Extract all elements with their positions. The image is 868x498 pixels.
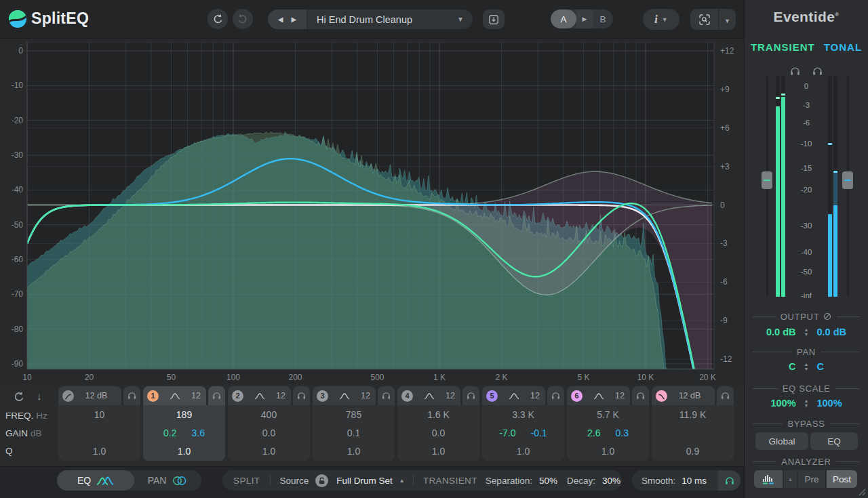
preset-name[interactable]: Hi End Drum Cleanup [307, 14, 457, 25]
band-solo-button[interactable] [378, 386, 395, 405]
band-column-6[interactable]: 6 12 5.7 K 2.6 0.3 1.0 [567, 386, 649, 461]
tonal-gain-fader[interactable] [842, 171, 853, 189]
eq-graph[interactable]: 0-10-20-30-40-50-60-70-80-90+12+9+6+30-3… [0, 42, 744, 384]
ab-copy-button[interactable]: ▶ [576, 9, 593, 28]
pan-tonal-value[interactable]: C [816, 361, 852, 372]
band-slope[interactable]: 12 [615, 391, 625, 400]
band-slope[interactable]: 12 dB [670, 391, 709, 400]
eq-view-button[interactable]: EQ [57, 470, 134, 491]
transient-gain-fader[interactable] [762, 171, 772, 189]
band-column-4[interactable]: 4 12 1.6 K 0.0 1.0 [397, 386, 479, 461]
band-gain-value[interactable]: 2.6 0.3 [567, 423, 649, 442]
output-transient-value[interactable]: 0.0 dB [761, 327, 796, 337]
band-gain-value[interactable]: 0.2 3.6 [143, 423, 225, 442]
band-q-value[interactable]: 1.0 [313, 442, 395, 461]
band-header[interactable]: 1 12 [143, 386, 206, 405]
band-header[interactable]: 12 dB [58, 386, 121, 405]
transient-solo-icon[interactable] [790, 66, 800, 76]
analyzer-pre-button[interactable]: Pre [798, 470, 825, 488]
transient-audition-button[interactable] [718, 470, 741, 491]
smooth-value[interactable]: 10 ms [682, 476, 707, 486]
preset-next-button[interactable]: ▶ [292, 16, 297, 23]
band-solo-button[interactable] [123, 386, 140, 405]
tab-transient[interactable]: TRANSIENT [751, 41, 815, 53]
source-preset-select[interactable]: Full Drum Set [336, 476, 393, 486]
band-header[interactable]: 2 12 [228, 386, 291, 405]
band-solo-button[interactable] [208, 386, 225, 405]
output-link-stepper[interactable]: ▲▼ [804, 327, 809, 337]
band-slope[interactable]: 12 [446, 391, 455, 400]
ab-b-button[interactable]: B [593, 9, 613, 28]
band-column-5[interactable]: 5 12 3.3 K -7.0 -0.1 1.0 [482, 386, 564, 461]
band-header[interactable]: 3 12 [313, 386, 376, 405]
band-column-highcut[interactable]: 12 dB 11.9 K 0.9 [652, 386, 734, 461]
eq-scale-tonal-value[interactable]: 100% [816, 398, 852, 409]
bypass-eq-button[interactable]: EQ [810, 432, 858, 450]
separation-value[interactable]: 50% [539, 476, 557, 486]
bypass-global-button[interactable]: Global [755, 432, 808, 450]
band-q-value[interactable]: 1.0 [397, 442, 479, 461]
band-slope[interactable]: 12 dB [77, 391, 116, 400]
analyzer-toggle-button[interactable] [754, 470, 783, 488]
band-solo-button[interactable] [717, 386, 734, 405]
band-slope[interactable]: 12 [361, 391, 370, 400]
band-header[interactable]: 4 12 [397, 386, 460, 405]
analyzer-post-button[interactable]: Post [827, 470, 857, 488]
eq-scale-link-stepper[interactable]: ▲▼ [804, 398, 809, 408]
window-scale-caret[interactable]: ▼ [719, 14, 736, 26]
window-resize-handle[interactable] [856, 486, 866, 496]
band-freq-value[interactable]: 11.9 K [652, 405, 734, 423]
band-column-lowcut[interactable]: 12 dB 10 1.0 [58, 386, 140, 461]
window-scale-button[interactable] [690, 9, 719, 30]
source-caret-icon[interactable]: ▲ [399, 478, 405, 484]
band-gain-value[interactable]: -7.0 -0.1 [482, 423, 564, 442]
eq-scale-transient-value[interactable]: 100% [761, 398, 796, 409]
band-header[interactable]: 6 12 [567, 386, 630, 405]
preset-selector[interactable]: ◀ ▶ Hi End Drum Cleanup ▼ [268, 9, 473, 29]
band-slope[interactable]: 12 [530, 391, 540, 400]
analyzer-up-button[interactable]: ▲ [784, 470, 797, 488]
reset-bands-icon[interactable] [13, 391, 24, 402]
band-gain-value[interactable]: 0.1 [313, 423, 395, 442]
preset-caret-icon[interactable]: ▼ [457, 16, 473, 23]
band-freq-value[interactable]: 785 [313, 405, 395, 423]
tab-tonal[interactable]: TONAL [824, 41, 862, 53]
band-solo-button[interactable] [547, 386, 564, 405]
band-freq-value[interactable]: 189 [143, 405, 225, 423]
band-q-value[interactable]: 1.0 [567, 442, 649, 461]
band-q-value[interactable]: 1.0 [143, 442, 225, 461]
output-tonal-value[interactable]: 0.0 dB [816, 327, 852, 337]
band-q-value[interactable]: 1.0 [482, 442, 564, 461]
band-solo-button[interactable] [462, 386, 479, 405]
band-gain-value[interactable]: 0.0 [228, 423, 310, 442]
ab-a-button[interactable]: A [551, 9, 576, 28]
band-q-value[interactable]: 0.9 [652, 442, 734, 461]
band-q-value[interactable]: 1.0 [228, 442, 310, 461]
band-gain-value[interactable]: 0.0 [397, 423, 479, 442]
band-q-value[interactable]: 1.0 [58, 442, 140, 461]
pan-link-stepper[interactable]: ▲▼ [804, 362, 809, 371]
pan-view-button[interactable]: PAN [134, 470, 201, 491]
band-freq-value[interactable]: 400 [228, 405, 310, 423]
band-freq-value[interactable]: 3.3 K [482, 405, 564, 423]
band-solo-button[interactable] [293, 386, 310, 405]
phase-invert-icon[interactable] [823, 312, 832, 321]
band-freq-value[interactable]: 5.7 K [567, 405, 649, 423]
undo-button[interactable] [208, 9, 228, 29]
band-slope[interactable]: 12 [276, 391, 285, 400]
collapse-strip-icon[interactable]: ↓ [37, 390, 42, 402]
tonal-solo-icon[interactable] [812, 66, 823, 76]
band-freq-value[interactable]: 1.6 K [397, 405, 479, 423]
band-column-1[interactable]: 1 12 189 0.2 3.6 1.0 [143, 386, 225, 461]
decay-value[interactable]: 30% [602, 476, 620, 486]
band-solo-button[interactable] [632, 386, 649, 405]
preset-prev-button[interactable]: ◀ [278, 16, 283, 23]
band-gain-value[interactable] [652, 423, 734, 442]
redo-button[interactable] [233, 9, 253, 29]
band-column-2[interactable]: 2 12 400 0.0 1.0 [228, 386, 310, 461]
save-preset-button[interactable] [483, 9, 505, 29]
info-button[interactable]: i ▼ [643, 9, 679, 30]
source-lock-button[interactable] [315, 474, 328, 487]
band-slope[interactable]: 12 [191, 391, 201, 400]
band-gain-value[interactable] [58, 423, 140, 442]
